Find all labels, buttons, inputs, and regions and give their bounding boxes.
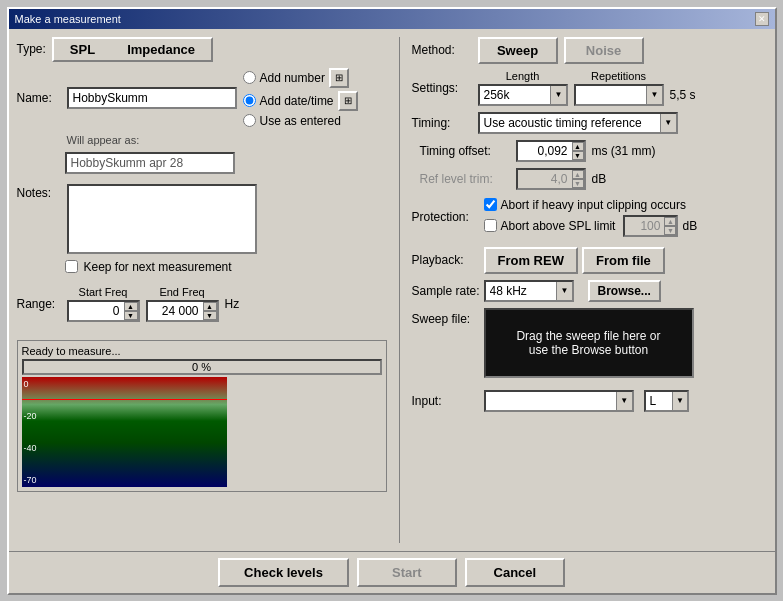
hz-label: Hz	[225, 297, 240, 311]
name-input[interactable]	[67, 87, 237, 109]
sample-rate-arrow[interactable]: ▼	[556, 282, 571, 300]
settings-label: Settings:	[412, 81, 472, 95]
repetitions-select-arrow[interactable]: ▼	[646, 86, 661, 104]
sample-rate-select[interactable]: 48 kHz	[486, 282, 557, 300]
start-freq-label: Start Freq	[79, 286, 128, 298]
meter-bg	[22, 377, 227, 487]
sweep-file-dropbox[interactable]: Drag the sweep file here or use the Brow…	[484, 308, 694, 378]
title-text: Make a measurement	[15, 13, 121, 25]
freq-group: Start Freq ▲ ▼ End Freq	[67, 286, 240, 322]
length-select[interactable]: 256k	[480, 86, 551, 104]
meter-label-70: -70	[24, 475, 37, 485]
notes-textarea[interactable]	[67, 184, 257, 254]
radio-use-as-entered-input[interactable]	[243, 114, 256, 127]
timing-select[interactable]: Use acoustic timing reference	[480, 114, 660, 132]
sample-rate-select-wrapper: 48 kHz ▼	[484, 280, 574, 302]
end-freq-down[interactable]: ▼	[203, 311, 217, 320]
ref-level-spin: ▲ ▼	[516, 168, 586, 190]
type-row: Type: SPL Impedance	[17, 37, 387, 62]
playback-from-file-button[interactable]: From file	[582, 247, 665, 274]
timing-offset-up[interactable]: ▲	[572, 142, 584, 151]
playback-label: Playback:	[412, 253, 478, 267]
timing-row: Timing: Use acoustic timing reference ▼	[412, 112, 767, 134]
input-select-row: Input: ▼ L R ▼	[412, 390, 767, 412]
end-freq-col: End Freq ▲ ▼	[146, 286, 219, 322]
method-noise-button[interactable]: Noise	[564, 37, 644, 64]
main-dialog: Make a measurement ✕ Type: SPL Impedance…	[7, 7, 777, 595]
abort-heavy-checkbox[interactable]	[484, 198, 497, 211]
radio-add-date-input[interactable]	[243, 94, 256, 107]
start-freq-col: Start Freq ▲ ▼	[67, 286, 140, 322]
browse-button[interactable]: Browse...	[588, 280, 661, 302]
start-freq-spinbtns: ▲ ▼	[124, 302, 138, 320]
length-select-wrapper: 256k ▼	[478, 84, 568, 106]
name-row: Name: Add number ⊞ Add date/time ⊞	[17, 68, 387, 128]
cancel-button[interactable]: Cancel	[465, 558, 565, 587]
timing-offset-unit: ms (31 mm)	[592, 144, 656, 158]
meter-label-40: -40	[24, 443, 37, 453]
vertical-divider	[399, 37, 400, 543]
spl-limit-spin: ▲ ▼	[623, 215, 678, 237]
playback-from-rew-button[interactable]: From REW	[484, 247, 578, 274]
channel-lr-select[interactable]: L R	[646, 392, 673, 410]
end-freq-label: End Freq	[159, 286, 204, 298]
abort-spl-checkbox[interactable]	[484, 219, 497, 232]
ready-box: Ready to measure... 0 % 0 -20 -40 -70	[17, 340, 387, 492]
playback-row: Playback: From REW From file	[412, 247, 767, 274]
type-button-group: SPL Impedance	[52, 37, 213, 62]
end-freq-input[interactable]	[148, 302, 203, 320]
ref-level-up: ▲	[572, 170, 584, 179]
length-label: Length	[478, 70, 568, 82]
ref-level-spinbtns: ▲ ▼	[572, 170, 584, 188]
type-spl-button[interactable]: SPL	[54, 39, 111, 60]
input-select-label: Input:	[412, 394, 478, 408]
spl-limit-up: ▲	[664, 217, 676, 226]
repetitions-select[interactable]	[576, 86, 647, 104]
sweep-file-label: Sweep file:	[412, 308, 478, 326]
timing-select-wrapper: Use acoustic timing reference ▼	[478, 112, 678, 134]
type-impedance-button[interactable]: Impedance	[111, 39, 211, 60]
end-freq-up[interactable]: ▲	[203, 302, 217, 311]
length-select-arrow[interactable]: ▼	[550, 86, 565, 104]
add-number-icon-btn[interactable]: ⊞	[329, 68, 349, 88]
ref-level-input	[518, 170, 572, 188]
spl-limit-down: ▼	[664, 226, 676, 235]
start-button[interactable]: Start	[357, 558, 457, 587]
ref-level-label: Ref level trim:	[420, 172, 510, 186]
end-freq-spin: ▲ ▼	[146, 300, 219, 322]
sweep-drag-text: Drag the sweep file here or use the Brow…	[516, 329, 660, 357]
meter-label-20: -20	[24, 411, 37, 421]
channel-lr-arrow[interactable]: ▼	[672, 392, 686, 410]
keep-checkbox[interactable]	[65, 260, 78, 273]
input-channel-arrow[interactable]: ▼	[616, 392, 632, 410]
timing-offset-down[interactable]: ▼	[572, 151, 584, 160]
input-channel-select[interactable]	[486, 392, 616, 410]
add-date-icon-btn[interactable]: ⊞	[338, 91, 358, 111]
radio-add-number: Add number ⊞	[243, 68, 358, 88]
ref-level-unit: dB	[592, 172, 607, 186]
notes-row: Notes:	[17, 184, 387, 254]
start-freq-up[interactable]: ▲	[124, 302, 138, 311]
check-levels-button[interactable]: Check levels	[218, 558, 349, 587]
method-sweep-button[interactable]: Sweep	[478, 37, 558, 64]
start-freq-down[interactable]: ▼	[124, 311, 138, 320]
abort-spl-label: Abort above SPL limit	[501, 219, 616, 233]
close-button[interactable]: ✕	[755, 12, 769, 26]
timing-offset-spin: ▲ ▼	[516, 140, 586, 162]
start-freq-spin: ▲ ▼	[67, 300, 140, 322]
end-freq-spinbtns: ▲ ▼	[203, 302, 217, 320]
range-label: Range:	[17, 297, 61, 311]
name-label: Name:	[17, 91, 61, 105]
dialog-body: Type: SPL Impedance Name: Add number ⊞	[9, 29, 775, 551]
timing-arrow[interactable]: ▼	[660, 114, 676, 132]
keep-label: Keep for next measurement	[84, 260, 232, 274]
timing-offset-input[interactable]	[518, 142, 572, 160]
sample-rate-row: Sample rate: 48 kHz ▼ Browse...	[412, 280, 767, 302]
radio-use-as-entered: Use as entered	[243, 114, 358, 128]
settings-suffix: 5,5 s	[670, 88, 696, 102]
start-freq-input[interactable]	[69, 302, 124, 320]
protection-label: Protection:	[412, 210, 478, 224]
radio-add-number-input[interactable]	[243, 71, 256, 84]
notes-label: Notes:	[17, 184, 61, 200]
ready-label: Ready to measure...	[22, 345, 382, 357]
